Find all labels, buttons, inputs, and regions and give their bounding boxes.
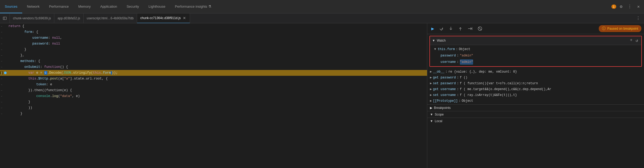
watch-refresh-button[interactable]: ↺	[634, 37, 639, 44]
code-line-6: – },	[0, 52, 427, 58]
code-line-3: – username: null,	[0, 35, 427, 41]
step-next-button[interactable]	[466, 25, 474, 32]
breakpoints-section: ▶ Breakpoints	[427, 104, 644, 111]
bottom-panels: ▶ __ob__ : re {value: {…}, dep: me, vmCo…	[427, 68, 644, 168]
code-line-13: – console.log("data", e)	[0, 93, 427, 99]
more-icon[interactable]: ⋮	[626, 3, 633, 10]
file-tab-vendors[interactable]: chunk-vendors.f1c69639.js	[10, 14, 54, 23]
file-tabs: chunk-vendors.f1c69639.js app.d03bfa52.j…	[0, 14, 644, 23]
code-line-9-highlighted: j var e = c.Decode(JSON.stringify(this.f…	[0, 70, 427, 76]
code-line-1: – return {	[0, 23, 427, 29]
svg-line-8	[478, 27, 482, 30]
file-tabs-right: ⋮	[634, 15, 644, 22]
scope-line-get-username: ▶ get username : f ( me.target&&(o.depen…	[430, 86, 641, 92]
code-line-10: – this.$http.post(a["a"].state.url.root,…	[0, 76, 427, 82]
watch-collapse-icon[interactable]: ▼	[432, 39, 435, 42]
breakpoints-arrow-icon: ▶	[430, 106, 432, 110]
svg-rect-0	[3, 17, 6, 20]
tab-network[interactable]: Network	[22, 0, 44, 13]
step-out-button[interactable]	[457, 25, 464, 32]
code-line-15: – ))	[0, 105, 427, 111]
scope-line-set-username: ▶ set username : f ( ray.isArray(t)&&Fe(…	[430, 92, 641, 98]
top-nav: Sources Network Performance Memory Appli…	[0, 0, 644, 14]
watch-panel: ▼ Watch + ↺ ▼ this.form : Object passwor…	[429, 36, 642, 67]
tab-lighthouse[interactable]: Lighthouse	[144, 0, 170, 13]
scope-items-list: ▶ __ob__ : re {value: {…}, dep: me, vmCo…	[427, 68, 644, 104]
scope-line-get-password: ▶ get password : f ()	[430, 75, 641, 81]
tab-application[interactable]: Application	[96, 0, 122, 13]
local-section: ▼ Local	[427, 118, 644, 124]
code-line-16: – }	[0, 111, 427, 117]
watch-form-item: ▼ this.form : Object	[430, 46, 641, 52]
deactivate-button[interactable]	[476, 25, 484, 32]
local-header[interactable]: ▼ Local	[427, 118, 644, 124]
scope-section: ▼ Scope	[427, 111, 644, 118]
close-icon[interactable]: ✕	[636, 3, 641, 10]
paused-icon: ⓘ	[602, 26, 606, 31]
code-line-11: – token: e	[0, 82, 427, 87]
breakpoints-header[interactable]: ▶ Breakpoints	[427, 105, 644, 111]
code-line-5: – }	[0, 47, 427, 52]
tab-memory[interactable]: Memory	[74, 0, 96, 13]
file-tab-close-icon[interactable]: ✕	[182, 16, 187, 20]
code-line-12: – }).then((function(e) {	[0, 87, 427, 93]
watch-body: ▼ this.form : Object password : "admin" …	[430, 45, 641, 66]
scope-line-set-password: ▶ set password : f ( function(){var t=s?…	[430, 81, 641, 86]
settings-icon[interactable]: ⚙	[618, 3, 624, 10]
scope-arrow-icon: ▼	[430, 113, 433, 116]
tab-performance-insights[interactable]: Performance insights ⚗	[170, 0, 216, 13]
scope-line-prototype: ▶ [[Prototype]] : Object	[430, 98, 641, 104]
step-over-button[interactable]	[438, 25, 445, 32]
watch-actions: + ↺	[629, 37, 639, 44]
code-line-2: – form: {	[0, 29, 427, 35]
main-content: – return { – form: { – username: null, –	[0, 23, 644, 168]
watch-panel-header: ▼ Watch + ↺	[430, 36, 641, 45]
file-tab-userscript[interactable]: userscript.html…6-4b90b59a7fdb	[84, 14, 137, 23]
tab-security[interactable]: Security	[122, 0, 144, 13]
tab-performance[interactable]: Performance	[44, 0, 73, 13]
file-tabs-more-icon[interactable]: ⋮	[634, 15, 642, 22]
breakpoint-indicator	[4, 72, 7, 74]
code-line-8: – onSubmit: function() {	[0, 64, 427, 70]
watch-password-item: password : "admin"	[430, 52, 641, 59]
warning-badge: 1	[611, 5, 616, 9]
code-line-14: – }	[0, 99, 427, 105]
code-lines: – return { – form: { – username: null, –	[0, 23, 427, 168]
scope-header[interactable]: ▼ Scope	[427, 111, 644, 118]
file-tab-app[interactable]: app.d03bfa52.js	[54, 14, 83, 23]
code-line-7: – methods: {	[0, 58, 427, 64]
watch-username-item: username : "admin"	[430, 59, 641, 65]
right-panel: ▶	[427, 23, 644, 168]
debugger-toolbar: ▶	[427, 23, 644, 34]
local-arrow-icon: ▼	[430, 119, 433, 123]
nav-right-actions: 1 ⚙ ⋮ ✕	[611, 0, 644, 13]
tab-sources[interactable]: Sources	[0, 0, 22, 13]
scope-line-ob: ▶ __ob__ : re {value: {…}, dep: me, vmCo…	[430, 69, 641, 75]
watch-add-button[interactable]: +	[629, 37, 634, 44]
step-into-button[interactable]	[447, 25, 455, 32]
code-panel[interactable]: – return { – form: { – username: null, –	[0, 23, 427, 168]
code-line-4: – password: null	[0, 41, 427, 47]
file-tab-chunk[interactable]: chunk-cc71364c.d38f911d.js ✕	[137, 14, 190, 23]
paused-badge: ⓘ Paused on breakpoint	[599, 25, 641, 32]
watch-title: ▼ Watch	[432, 39, 446, 42]
resume-button[interactable]: ▶	[430, 25, 436, 32]
sidebar-toggle-button[interactable]	[0, 14, 10, 23]
